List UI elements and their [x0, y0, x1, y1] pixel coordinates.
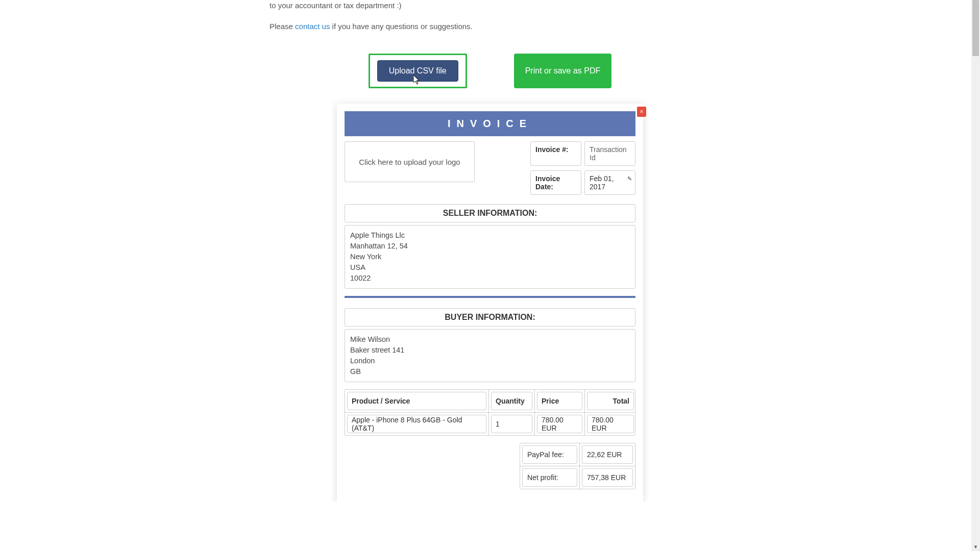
line-items-table: Product / Service Quantity Price Total A…	[345, 389, 635, 436]
invoice-meta: Invoice #: Transaction Id Invoice Date: …	[530, 141, 635, 195]
net-profit-value: 757,38 EUR	[582, 468, 633, 487]
logo-upload-area[interactable]: Click here to upload your logo	[345, 141, 475, 182]
paypal-fee-label: PayPal fee:	[522, 445, 577, 464]
intro-post: if you have any questions or suggestions…	[330, 22, 472, 31]
buyer-heading: BUYER INFORMATION:	[345, 308, 635, 327]
cursor-icon	[413, 75, 422, 85]
seller-info[interactable]: Apple Things Llc Manhattan 12, 54 New Yo…	[345, 225, 635, 289]
paypal-fee-value: 22,62 EUR	[582, 445, 633, 464]
invoice-title: INVOICE	[345, 111, 635, 136]
header-price: Price	[537, 392, 582, 410]
invoice-number-value[interactable]: Transaction Id	[584, 141, 635, 166]
header-product: Product / Service	[347, 392, 486, 410]
close-button[interactable]: ×	[637, 107, 646, 117]
close-icon: ×	[640, 108, 643, 115]
table-row: Apple - iPhone 8 Plus 64GB - Gold (AT&T)…	[345, 412, 635, 435]
action-buttons: Upload CSV file Print or save as PDF	[122, 54, 857, 88]
invoice-number-label: Invoice #:	[530, 141, 581, 166]
intro-line-2: Please contact us if you have any questi…	[270, 21, 582, 33]
contact-us-link[interactable]: contact us	[295, 22, 330, 31]
net-profit-label: Net profit:	[522, 468, 577, 487]
edit-icon: ✎	[627, 176, 632, 182]
cell-price[interactable]: 780.00 EUR	[537, 415, 582, 433]
totals-section: PayPal fee: 22,62 EUR Net profit: 757,38…	[345, 443, 635, 489]
section-divider	[345, 296, 635, 298]
invoice-date-text: Feb 01, 2017	[590, 174, 614, 191]
upload-label: Upload CSV file	[389, 66, 447, 75]
vertical-scrollbar[interactable]: ▼	[971, 0, 980, 502]
upload-highlight: Upload CSV file	[369, 54, 467, 88]
print-pdf-button[interactable]: Print or save as PDF	[514, 54, 612, 88]
scrollbar-thumb[interactable]	[972, 0, 979, 56]
cell-quantity[interactable]: 1	[491, 415, 532, 433]
buyer-info[interactable]: Mike Wilson Baker street 141 London GB	[345, 329, 635, 382]
seller-heading: SELLER INFORMATION:	[345, 204, 635, 222]
upload-csv-button[interactable]: Upload CSV file	[377, 60, 458, 82]
cell-product[interactable]: Apple - iPhone 8 Plus 64GB - Gold (AT&T)	[347, 415, 486, 433]
invoice-date-value[interactable]: Feb 01, 2017 ✎	[584, 170, 635, 195]
header-total: Total	[587, 392, 634, 410]
invoice-card: × INVOICE Click here to upload your logo…	[337, 104, 643, 502]
cell-total: 780.00 EUR	[587, 415, 634, 433]
intro-line-1: to your accountant or tax department :)	[270, 0, 582, 12]
intro-pre: Please	[270, 22, 295, 31]
header-quantity: Quantity	[491, 392, 532, 410]
table-header-row: Product / Service Quantity Price Total	[345, 390, 635, 412]
invoice-date-label: Invoice Date:	[530, 170, 581, 195]
